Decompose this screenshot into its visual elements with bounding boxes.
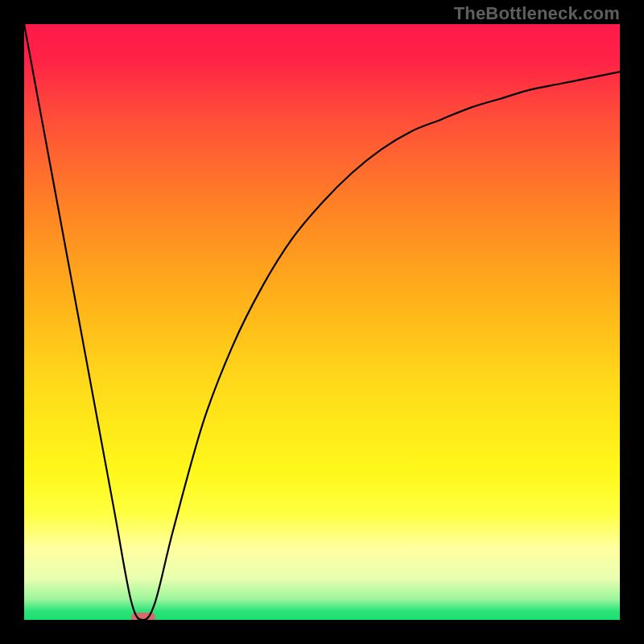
chart-frame: TheBottleneck.com [0,0,644,644]
watermark-text: TheBottleneck.com [454,3,620,24]
plot-area [24,24,620,620]
gradient-background [24,24,620,620]
bottleneck-chart [24,24,620,620]
